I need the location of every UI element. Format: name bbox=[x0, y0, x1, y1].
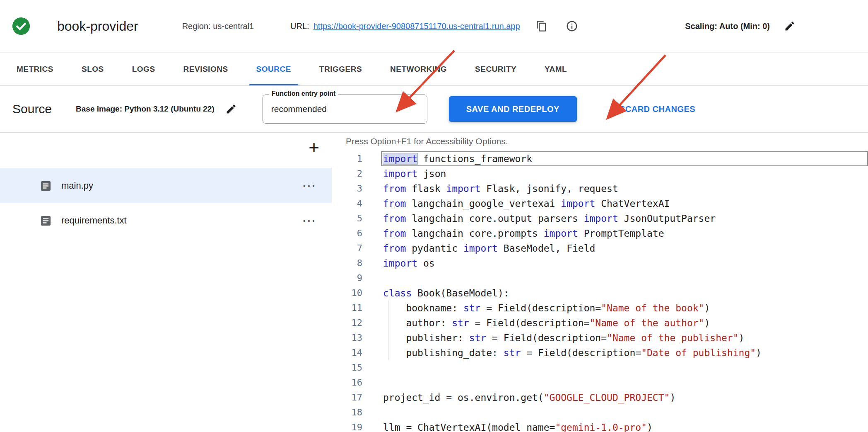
line-number: 19 bbox=[332, 420, 362, 432]
line-number: 12 bbox=[332, 316, 362, 330]
code-row: 2import json bbox=[332, 166, 868, 181]
service-url-link[interactable]: https://book-provider-908087151170.us-ce… bbox=[313, 22, 520, 31]
line-number: 17 bbox=[332, 390, 362, 405]
tab-revisions[interactable]: REVISIONS bbox=[169, 53, 242, 85]
line-number: 13 bbox=[332, 330, 362, 345]
tab-yaml[interactable]: YAML bbox=[530, 53, 581, 85]
tab-bar: METRICSSLOSLOGSREVISIONSSOURCETRIGGERSNE… bbox=[0, 53, 868, 86]
code-row: 17project_id = os.environ.get("GOOGLE_CL… bbox=[332, 390, 868, 405]
code-row: 15 bbox=[332, 360, 868, 375]
file-icon bbox=[39, 180, 52, 192]
code-row: 3from flask import Flask, jsonify, reque… bbox=[332, 181, 868, 196]
line-number: 14 bbox=[332, 345, 362, 360]
code-line[interactable]: from langchain_google_vertexai import Ch… bbox=[381, 196, 868, 211]
file-item-requirements.txt[interactable]: requirements.txt⋯ bbox=[0, 203, 332, 238]
line-number: 18 bbox=[332, 405, 362, 420]
code-row: 10class Book(BaseModel): bbox=[332, 286, 868, 301]
code-area: 1import functions_framework2import json3… bbox=[332, 151, 868, 432]
copy-url-button[interactable] bbox=[536, 20, 547, 32]
code-line[interactable]: publisher: str = Field(description="Name… bbox=[381, 330, 868, 345]
pencil-icon bbox=[225, 103, 237, 115]
code-line[interactable]: import json bbox=[381, 166, 868, 181]
code-editor[interactable]: Press Option+F1 for Accessibility Option… bbox=[332, 133, 868, 432]
file-name: requirements.txt bbox=[61, 215, 127, 226]
discard-changes-button[interactable]: DISCARD CHANGES bbox=[608, 104, 698, 114]
pencil-icon bbox=[784, 20, 796, 32]
code-row: 12 author: str = Field(description="Name… bbox=[332, 316, 868, 330]
code-line[interactable]: import os bbox=[381, 256, 868, 271]
code-row: 1import functions_framework bbox=[332, 151, 868, 166]
info-button[interactable] bbox=[566, 20, 578, 32]
code-row: 5from langchain_core.output_parsers impo… bbox=[332, 211, 868, 226]
entry-point-label: Function entry point bbox=[269, 90, 339, 97]
file-name: main.py bbox=[61, 180, 93, 191]
source-toolbar: Source Base image: Python 3.12 (Ubuntu 2… bbox=[0, 86, 868, 133]
code-line[interactable]: publishing_date: str = Field(description… bbox=[381, 345, 868, 360]
base-image-label: Base image: Python 3.12 (Ubuntu 22) bbox=[76, 104, 215, 114]
service-header: book-provider Region: us-central1 URL: h… bbox=[0, 0, 868, 53]
page-title: book-provider bbox=[57, 19, 138, 34]
code-line[interactable]: llm = ChatVertexAI(model_name="gemini-1.… bbox=[381, 420, 868, 432]
code-line[interactable]: from flask import Flask, jsonify, reques… bbox=[381, 181, 868, 196]
entry-point-value[interactable]: recommended bbox=[263, 104, 327, 114]
code-line[interactable]: import functions_framework bbox=[381, 151, 868, 166]
line-number: 10 bbox=[332, 286, 362, 301]
main-content: + main.py⋯requirements.txt⋯ Press Option… bbox=[0, 133, 868, 432]
line-number: 5 bbox=[332, 211, 362, 226]
code-row: 6from langchain_core.prompts import Prom… bbox=[332, 226, 868, 241]
file-icon bbox=[39, 214, 52, 227]
tab-security[interactable]: SECURITY bbox=[461, 53, 530, 85]
file-panel-header: + bbox=[0, 133, 332, 168]
code-row: 9 bbox=[332, 271, 868, 286]
code-line[interactable]: project_id = os.environ.get("GOOGLE_CLOU… bbox=[381, 390, 868, 405]
tab-logs[interactable]: LOGS bbox=[118, 53, 169, 85]
code-line[interactable]: author: str = Field(description="Name of… bbox=[381, 316, 868, 330]
code-line[interactable] bbox=[381, 271, 868, 286]
url-label: URL: bbox=[290, 22, 309, 31]
code-line[interactable] bbox=[381, 405, 868, 420]
tab-slos[interactable]: SLOS bbox=[68, 53, 118, 85]
more-options-icon[interactable]: ⋯ bbox=[302, 179, 316, 193]
save-and-redeploy-button[interactable]: SAVE AND REDEPLOY bbox=[449, 96, 577, 122]
code-line[interactable]: from pydantic import BaseModel, Field bbox=[381, 241, 868, 256]
code-row: 18 bbox=[332, 405, 868, 420]
code-row: 19llm = ChatVertexAI(model_name="gemini-… bbox=[332, 420, 868, 432]
function-entry-point-field[interactable]: Function entry point recommended bbox=[263, 95, 427, 124]
code-line[interactable]: class Book(BaseModel): bbox=[381, 286, 868, 301]
base-image-group: Base image: Python 3.12 (Ubuntu 22) bbox=[76, 103, 237, 115]
file-item-main.py[interactable]: main.py⋯ bbox=[0, 168, 332, 203]
code-row: 11 bookname: str = Field(description="Na… bbox=[332, 301, 868, 316]
service-url: URL: https://book-provider-908087151170.… bbox=[290, 22, 520, 31]
code-line[interactable]: from langchain_core.output_parsers impor… bbox=[381, 211, 868, 226]
info-icon bbox=[566, 20, 578, 32]
line-number: 15 bbox=[332, 360, 362, 375]
more-options-icon[interactable]: ⋯ bbox=[302, 214, 316, 228]
code-line[interactable] bbox=[381, 360, 868, 375]
region-label: Region: us-central1 bbox=[182, 22, 254, 31]
line-number: 16 bbox=[332, 375, 362, 390]
line-number: 4 bbox=[332, 196, 362, 211]
code-row: 16 bbox=[332, 375, 868, 390]
line-number: 11 bbox=[332, 301, 362, 316]
code-line[interactable]: bookname: str = Field(description="Name … bbox=[381, 301, 868, 316]
line-number: 2 bbox=[332, 166, 362, 181]
code-row: 7from pydantic import BaseModel, Field bbox=[332, 241, 868, 256]
line-number: 3 bbox=[332, 181, 362, 196]
code-row: 8import os bbox=[332, 256, 868, 271]
tab-triggers[interactable]: TRIGGERS bbox=[305, 53, 376, 85]
tab-metrics[interactable]: METRICS bbox=[2, 53, 68, 85]
service-status-ok-icon bbox=[12, 17, 31, 36]
add-file-icon[interactable]: + bbox=[309, 138, 319, 158]
copy-icon bbox=[536, 20, 547, 32]
code-line[interactable]: from langchain_core.prompts import Promp… bbox=[381, 226, 868, 241]
scaling-label: Scaling: Auto (Min: 0) bbox=[685, 22, 770, 31]
file-panel: + main.py⋯requirements.txt⋯ bbox=[0, 133, 332, 432]
code-row: 13 publisher: str = Field(description="N… bbox=[332, 330, 868, 345]
edit-scaling-button[interactable] bbox=[784, 20, 796, 32]
code-row: 14 publishing_date: str = Field(descript… bbox=[332, 345, 868, 360]
tab-networking[interactable]: NETWORKING bbox=[376, 53, 461, 85]
code-line[interactable] bbox=[381, 375, 868, 390]
line-number: 6 bbox=[332, 226, 362, 241]
tab-source[interactable]: SOURCE bbox=[242, 53, 305, 85]
edit-base-image-button[interactable] bbox=[225, 103, 237, 115]
